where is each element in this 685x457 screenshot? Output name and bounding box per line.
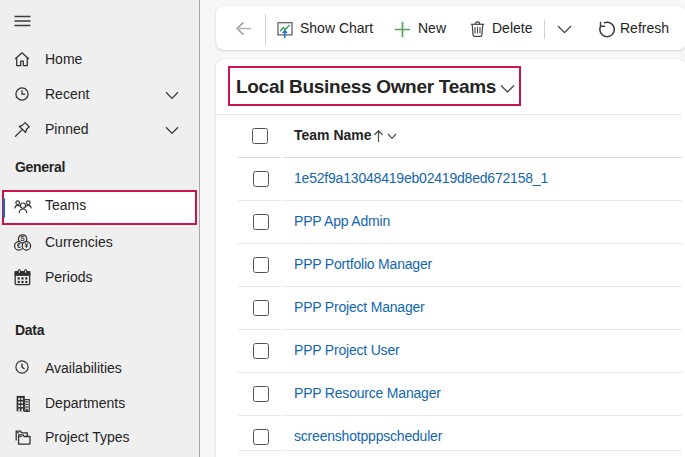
svg-text:¥: ¥ <box>25 242 29 249</box>
svg-text:€: € <box>17 242 21 249</box>
